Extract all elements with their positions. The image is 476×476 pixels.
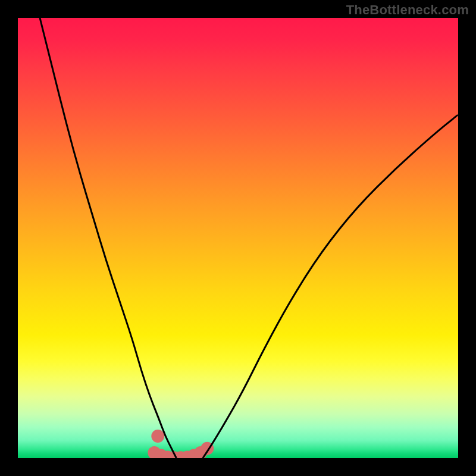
chart-container: TheBottleneck.com <box>0 0 476 476</box>
plot-area <box>18 18 458 458</box>
watermark-text: TheBottleneck.com <box>346 2 469 18</box>
left-curve <box>40 18 176 458</box>
right-curve <box>203 115 458 458</box>
valley-markers-group <box>148 430 214 458</box>
valley-marker <box>151 430 164 443</box>
chart-svg <box>18 18 458 458</box>
